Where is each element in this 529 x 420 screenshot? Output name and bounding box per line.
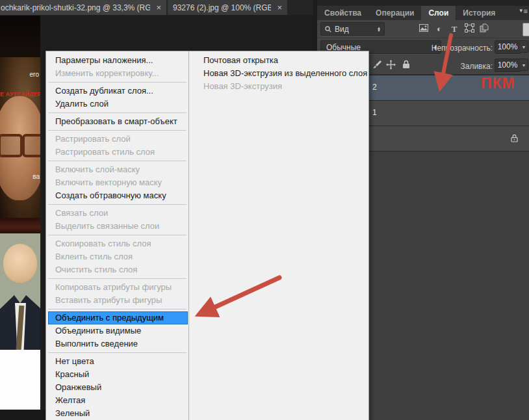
type-layers-filter-icon[interactable]: T: [448, 23, 460, 34]
document-tab-bar: ochkarik-prikol-shutki-32.png @ 33,3% (R…: [0, 0, 313, 15]
panel-tab-actions[interactable]: Операции: [368, 6, 421, 20]
smart-object-filter-icon[interactable]: [478, 23, 490, 34]
document-tab[interactable]: ochkarik-prikol-shutki-32.png @ 33,3% (R…: [0, 0, 166, 15]
context-menu-separator: [48, 309, 187, 309]
fill-label: Заливка:: [460, 62, 493, 71]
context-menu-item[interactable]: Выполнить сведение: [46, 337, 188, 350]
glasses-right-lens: [22, 134, 40, 157]
context-menu-item[interactable]: Оранжевый: [46, 381, 188, 394]
photoshop-window: ochkarik-prikol-shutki-32.png @ 33,3% (R…: [0, 0, 529, 420]
context-menu-item[interactable]: Желтая: [46, 394, 188, 407]
tab-close-icon[interactable]: ×: [277, 3, 282, 12]
document-photo-divider: [0, 218, 40, 233]
context-menu-item: Выделить связанные слои: [46, 220, 188, 233]
context-menu-separator: [48, 82, 187, 83]
context-menu-item[interactable]: Новая 3D-экструзия из выделенного слоя: [189, 67, 368, 80]
opacity-label: Непрозрачность:: [432, 44, 493, 53]
tab-close-icon[interactable]: ×: [156, 3, 161, 12]
panel-tab-properties[interactable]: Свойства: [317, 6, 368, 20]
lock-brush-icon[interactable]: [372, 60, 382, 70]
context-menu-item: Растрировать стиль слоя: [46, 146, 188, 159]
opacity-value[interactable]: 100%: [495, 40, 521, 54]
context-menu-item: Вклеить стиль слоя: [46, 250, 188, 263]
layer-name-label: 2: [372, 83, 377, 92]
document-tab-title: ochkarik-prikol-shutki-32.png @ 33,3% (R…: [1, 3, 150, 12]
context-menu-item: Растрировать слой: [46, 133, 188, 146]
context-menu-separator: [48, 352, 187, 353]
context-menu-separator: [48, 112, 187, 113]
panel-menu-icon[interactable]: ▼≡: [519, 8, 528, 15]
document-tab-title: 93276 (2).jpg @ 100% (RGB...: [173, 3, 271, 12]
context-menu-separator: [48, 235, 187, 235]
photo-text-top: его: [29, 71, 39, 78]
context-menu-item: Очистить стиль слоя: [46, 263, 188, 276]
panel-tab-layers[interactable]: Слои: [421, 6, 456, 20]
context-menu-separator: [48, 204, 187, 205]
context-menu-item[interactable]: Параметры наложения...: [46, 54, 188, 67]
context-menu-item[interactable]: Зеленый: [46, 407, 188, 420]
baby-face-shape: [3, 244, 37, 283]
lock-move-icon[interactable]: [386, 60, 396, 70]
context-menu-item[interactable]: Удалить слой: [46, 98, 188, 111]
document-photo-man: его Е АУТСАЙДЕР ва: [0, 57, 40, 218]
document-white-area: [0, 350, 40, 410]
context-menu-item[interactable]: Объединить с предыдущим: [48, 311, 188, 324]
context-menu-item: Связать слои: [46, 207, 188, 220]
context-menu-item: Вставить атрибуты фигуры: [46, 294, 188, 307]
search-icon: [325, 26, 331, 33]
panel-top-strip: [317, 0, 529, 6]
shape-layers-filter-icon[interactable]: [463, 23, 475, 34]
pkm-annotation-label: ПКМ: [481, 75, 515, 92]
fill-value[interactable]: 100%: [495, 59, 521, 72]
layer-name-label: 1: [372, 108, 377, 117]
context-menu-item[interactable]: Объединить видимые: [46, 324, 188, 337]
context-menu-separator: [48, 161, 187, 161]
context-menu-right-column: Почтовая открыткаНовая 3D-экструзия из в…: [189, 51, 368, 420]
layer-filter-row: Вид ▲▼ ◐ T: [317, 20, 529, 38]
context-menu-item: Включить векторную маску: [46, 176, 188, 189]
context-menu-item: Новая 3D-экструзия: [189, 80, 368, 93]
context-menu-item: Изменить корректировку...: [46, 67, 188, 80]
document-photo-dark-top: [0, 16, 40, 57]
adjustment-layers-filter-icon[interactable]: ◐: [433, 23, 445, 34]
context-menu-separator: [48, 278, 187, 279]
context-menu-separator: [48, 130, 187, 131]
background-lock-icon[interactable]: [511, 133, 518, 145]
kind-filter-value: Вид: [335, 25, 349, 34]
glasses-left-lens: [0, 134, 23, 157]
fill-dropdown-arrow-icon[interactable]: ▼: [520, 59, 528, 71]
context-menu-item: Включить слой-маску: [46, 163, 188, 176]
lock-all-icon[interactable]: [402, 60, 413, 70]
context-menu-item[interactable]: Создать дубликат слоя...: [46, 85, 188, 98]
layer-filter-toggle-button[interactable]: [523, 23, 529, 36]
opacity-dropdown-arrow-icon[interactable]: ▼: [520, 40, 528, 53]
photo-text-red-caption: Е АУТСАЙДЕР: [0, 91, 40, 98]
layer-context-menu: Параметры наложения...Изменить корректир…: [45, 51, 369, 420]
context-menu-item[interactable]: Преобразовать в смарт-объект: [46, 115, 188, 128]
context-menu-item: Копировать атрибуты фигуры: [46, 281, 188, 294]
context-menu-item[interactable]: Создать обтравочную маску: [46, 189, 188, 202]
photo-text-mid: ва: [32, 173, 40, 180]
document-tab[interactable]: 93276 (2).jpg @ 100% (RGB...×: [168, 0, 287, 15]
panel-tab-history[interactable]: История: [456, 6, 502, 20]
layer-kind-filter-select[interactable]: Вид ▲▼: [320, 22, 385, 36]
context-menu-left-column: Параметры наложения...Изменить корректир…: [46, 51, 189, 420]
document-photo-baby: [0, 233, 40, 350]
context-menu-item[interactable]: Красный: [46, 368, 188, 381]
panel-tab-bar: СвойстваОперацииСлоиИстория: [317, 6, 529, 20]
kind-filter-spinner-icon: ▲▼: [377, 27, 381, 32]
pixel-layers-filter-icon[interactable]: [418, 23, 430, 34]
context-menu-item[interactable]: Нет цвета: [46, 355, 188, 368]
context-menu-item: Скопировать стиль слоя: [46, 237, 188, 250]
context-menu-item[interactable]: Почтовая открытка: [189, 54, 368, 67]
